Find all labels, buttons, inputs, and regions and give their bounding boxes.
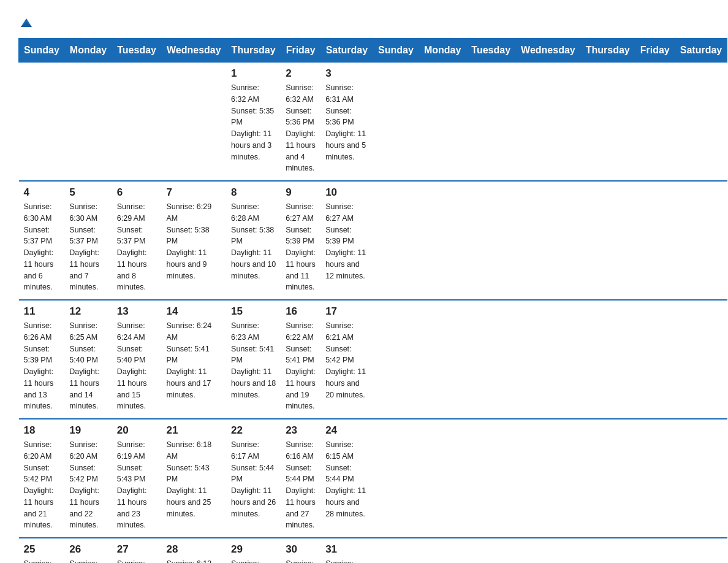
day-cell: 17Sunrise: 6:21 AMSunset: 5:42 PMDayligh… bbox=[320, 300, 373, 419]
header-tuesday: Tuesday bbox=[112, 39, 162, 63]
day-number: 21 bbox=[166, 424, 221, 437]
day-number: 19 bbox=[69, 424, 107, 437]
day-cell: 27Sunrise: 6:13 AMSunset: 5:45 PMDayligh… bbox=[112, 538, 162, 563]
day-cell: 10Sunrise: 6:27 AMSunset: 5:39 PMDayligh… bbox=[320, 181, 373, 300]
day-info: Sunrise: 6:14 AMSunset: 5:45 PMDaylight:… bbox=[69, 558, 107, 563]
day-info: Sunrise: 6:24 AMSunset: 5:41 PMDaylight:… bbox=[166, 320, 221, 400]
header-monday: Monday bbox=[64, 39, 112, 63]
calendar-header-row: SundayMondayTuesdayWednesdayThursdayFrid… bbox=[19, 39, 727, 63]
header-day-thursday: Thursday bbox=[580, 39, 635, 63]
day-info: Sunrise: 6:19 AMSunset: 5:43 PMDaylight:… bbox=[117, 439, 157, 531]
day-info: Sunrise: 6:23 AMSunset: 5:41 PMDaylight:… bbox=[231, 320, 276, 400]
day-info: Sunrise: 6:21 AMSunset: 5:42 PMDaylight:… bbox=[325, 320, 368, 400]
day-number: 14 bbox=[166, 305, 221, 318]
day-info: Sunrise: 6:10 AMSunset: 5:46 PMDaylight:… bbox=[286, 558, 316, 563]
day-number: 17 bbox=[325, 305, 368, 318]
day-info: Sunrise: 6:24 AMSunset: 5:40 PMDaylight:… bbox=[117, 320, 157, 412]
day-number: 16 bbox=[286, 305, 316, 318]
header-wednesday: Wednesday bbox=[161, 39, 226, 63]
day-cell: 25Sunrise: 6:14 AMSunset: 5:45 PMDayligh… bbox=[19, 538, 65, 563]
header-day-friday: Friday bbox=[635, 39, 675, 63]
calendar-table: SundayMondayTuesdayWednesdayThursdayFrid… bbox=[18, 38, 727, 563]
day-number: 18 bbox=[24, 424, 60, 437]
logo bbox=[18, 17, 33, 27]
day-number: 9 bbox=[286, 186, 316, 199]
day-cell: 14Sunrise: 6:24 AMSunset: 5:41 PMDayligh… bbox=[161, 300, 226, 419]
day-cell: 22Sunrise: 6:17 AMSunset: 5:44 PMDayligh… bbox=[226, 419, 281, 538]
day-number: 1 bbox=[231, 67, 276, 80]
header-day-sunday: Sunday bbox=[373, 39, 419, 63]
header-day-monday: Monday bbox=[419, 39, 466, 63]
header-day-tuesday: Tuesday bbox=[466, 39, 516, 63]
header-day-wednesday: Wednesday bbox=[516, 39, 581, 63]
day-cell: 5Sunrise: 6:30 AMSunset: 5:37 PMDaylight… bbox=[64, 181, 112, 300]
day-cell: 20Sunrise: 6:19 AMSunset: 5:43 PMDayligh… bbox=[112, 419, 162, 538]
day-number: 2 bbox=[286, 67, 316, 80]
day-cell bbox=[64, 63, 112, 182]
day-cell: 13Sunrise: 6:24 AMSunset: 5:40 PMDayligh… bbox=[112, 300, 162, 419]
day-info: Sunrise: 6:09 AMSunset: 5:47 PMDaylight:… bbox=[325, 558, 368, 563]
day-number: 12 bbox=[69, 305, 107, 318]
day-cell: 24Sunrise: 6:15 AMSunset: 5:44 PMDayligh… bbox=[320, 419, 373, 538]
day-number: 4 bbox=[24, 186, 60, 199]
day-cell: 26Sunrise: 6:14 AMSunset: 5:45 PMDayligh… bbox=[64, 538, 112, 563]
day-cell: 15Sunrise: 6:23 AMSunset: 5:41 PMDayligh… bbox=[226, 300, 281, 419]
day-number: 6 bbox=[117, 186, 157, 199]
day-cell bbox=[112, 63, 162, 182]
header-sunday: Sunday bbox=[19, 39, 65, 63]
day-info: Sunrise: 6:18 AMSunset: 5:43 PMDaylight:… bbox=[166, 439, 221, 519]
day-cell bbox=[19, 63, 65, 182]
day-cell: 7Sunrise: 6:29 AMSunset: 5:38 PMDaylight… bbox=[161, 181, 226, 300]
page-header bbox=[18, 12, 710, 27]
header-friday: Friday bbox=[281, 39, 320, 63]
header-thursday: Thursday bbox=[226, 39, 281, 63]
week-row-5: 25Sunrise: 6:14 AMSunset: 5:45 PMDayligh… bbox=[19, 538, 727, 563]
day-cell: 31Sunrise: 6:09 AMSunset: 5:47 PMDayligh… bbox=[320, 538, 373, 563]
day-cell: 18Sunrise: 6:20 AMSunset: 5:42 PMDayligh… bbox=[19, 419, 65, 538]
day-cell: 16Sunrise: 6:22 AMSunset: 5:41 PMDayligh… bbox=[281, 300, 320, 419]
day-number: 13 bbox=[117, 305, 157, 318]
week-row-4: 18Sunrise: 6:20 AMSunset: 5:42 PMDayligh… bbox=[19, 419, 727, 538]
day-info: Sunrise: 6:27 AMSunset: 5:39 PMDaylight:… bbox=[325, 201, 368, 282]
day-number: 28 bbox=[166, 543, 221, 556]
day-info: Sunrise: 6:26 AMSunset: 5:39 PMDaylight:… bbox=[24, 320, 60, 412]
day-cell: 23Sunrise: 6:16 AMSunset: 5:44 PMDayligh… bbox=[281, 419, 320, 538]
day-cell: 6Sunrise: 6:29 AMSunset: 5:37 PMDaylight… bbox=[112, 181, 162, 300]
day-number: 8 bbox=[231, 186, 276, 199]
day-number: 29 bbox=[231, 543, 276, 556]
header-day-saturday: Saturday bbox=[675, 39, 727, 63]
day-number: 31 bbox=[325, 543, 368, 556]
day-number: 11 bbox=[24, 305, 60, 318]
day-number: 30 bbox=[286, 543, 316, 556]
day-number: 24 bbox=[325, 424, 368, 437]
day-cell: 3Sunrise: 6:31 AMSunset: 5:36 PMDaylight… bbox=[320, 63, 373, 182]
day-number: 26 bbox=[69, 543, 107, 556]
day-cell: 21Sunrise: 6:18 AMSunset: 5:43 PMDayligh… bbox=[161, 419, 226, 538]
day-info: Sunrise: 6:29 AMSunset: 5:38 PMDaylight:… bbox=[166, 201, 221, 282]
day-cell: 9Sunrise: 6:27 AMSunset: 5:39 PMDaylight… bbox=[281, 181, 320, 300]
day-info: Sunrise: 6:32 AMSunset: 5:35 PMDaylight:… bbox=[231, 82, 276, 163]
day-number: 22 bbox=[231, 424, 276, 437]
day-info: Sunrise: 6:28 AMSunset: 5:38 PMDaylight:… bbox=[231, 201, 276, 282]
day-info: Sunrise: 6:20 AMSunset: 5:42 PMDaylight:… bbox=[69, 439, 107, 531]
day-info: Sunrise: 6:16 AMSunset: 5:44 PMDaylight:… bbox=[286, 439, 316, 531]
day-cell: 2Sunrise: 6:32 AMSunset: 5:36 PMDaylight… bbox=[281, 63, 320, 182]
day-info: Sunrise: 6:29 AMSunset: 5:37 PMDaylight:… bbox=[117, 201, 157, 293]
week-row-1: 1Sunrise: 6:32 AMSunset: 5:35 PMDaylight… bbox=[19, 63, 727, 182]
day-number: 23 bbox=[286, 424, 316, 437]
day-cell: 4Sunrise: 6:30 AMSunset: 5:37 PMDaylight… bbox=[19, 181, 65, 300]
day-cell: 30Sunrise: 6:10 AMSunset: 5:46 PMDayligh… bbox=[281, 538, 320, 563]
day-number: 25 bbox=[24, 543, 60, 556]
day-info: Sunrise: 6:20 AMSunset: 5:42 PMDaylight:… bbox=[24, 439, 60, 531]
day-info: Sunrise: 6:17 AMSunset: 5:44 PMDaylight:… bbox=[231, 439, 276, 519]
day-info: Sunrise: 6:32 AMSunset: 5:36 PMDaylight:… bbox=[286, 82, 316, 174]
day-info: Sunrise: 6:15 AMSunset: 5:44 PMDaylight:… bbox=[325, 439, 368, 519]
logo-icon bbox=[20, 16, 33, 29]
day-cell: 12Sunrise: 6:25 AMSunset: 5:40 PMDayligh… bbox=[64, 300, 112, 419]
day-info: Sunrise: 6:27 AMSunset: 5:39 PMDaylight:… bbox=[286, 201, 316, 293]
day-info: Sunrise: 6:12 AMSunset: 5:46 PMDaylight:… bbox=[166, 558, 221, 563]
week-row-2: 4Sunrise: 6:30 AMSunset: 5:37 PMDaylight… bbox=[19, 181, 727, 300]
day-number: 20 bbox=[117, 424, 157, 437]
day-info: Sunrise: 6:25 AMSunset: 5:40 PMDaylight:… bbox=[69, 320, 107, 412]
day-cell: 28Sunrise: 6:12 AMSunset: 5:46 PMDayligh… bbox=[161, 538, 226, 563]
